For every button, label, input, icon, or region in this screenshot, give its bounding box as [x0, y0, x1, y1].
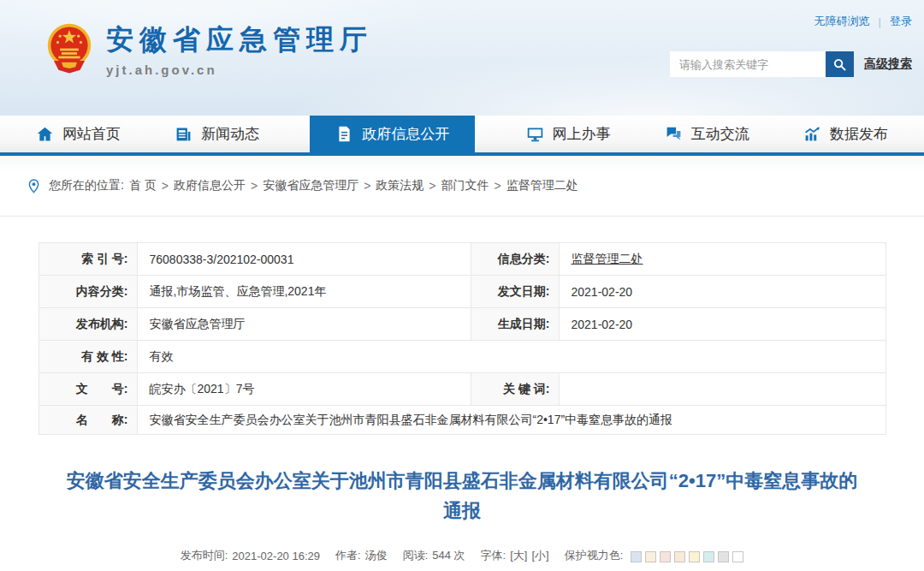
breadcrumb-item-supervision[interactable]: 监督管理二处 — [506, 178, 578, 193]
validity-label: 有 效 性: — [38, 341, 137, 373]
index-number-value: 76080338-3/202102-00031 — [137, 243, 471, 276]
publish-time-label: 发布时间: — [181, 548, 228, 563]
news-icon — [175, 125, 192, 143]
nav-item-online-services[interactable]: 网上办事 — [523, 116, 614, 152]
generation-date-label: 生成日期: — [471, 308, 559, 341]
article-title: 安徽省安全生产委员会办公室关于池州市青阳县盛石非金属材料有限公司“2•17”中毒… — [21, 466, 903, 526]
breadcrumb-separator: > — [251, 179, 258, 193]
breadcrumb-separator: > — [364, 179, 370, 193]
generation-date-value: 2021-02-20 — [559, 308, 886, 341]
national-emblem-icon — [44, 22, 94, 84]
protect-color-swatch[interactable] — [718, 551, 729, 562]
protect-color-swatch[interactable] — [631, 551, 642, 562]
site-text: 安徽省应急管理厅 yjt.ah.gov.cn — [106, 22, 373, 77]
nav-label: 政府信息公开 — [362, 124, 449, 144]
search-area: 高级搜索 — [670, 51, 912, 77]
validity-value: 有效 — [137, 341, 886, 373]
content-category-value: 通报,市场监管、应急管理,2021年 — [137, 276, 471, 308]
nav-label: 网站首页 — [62, 124, 121, 144]
table-row: 索 引 号: 76080338-3/202102-00031 信息分类: 监督管… — [38, 243, 886, 276]
table-row: 文 号: 皖安办〔2021〕7号 关 键 词: — [38, 373, 886, 406]
doc-name-value: 安徽省安全生产委员会办公室关于池州市青阳县盛石非金属材料有限公司“2•17”中毒… — [137, 406, 886, 435]
author-value: 汤俊 — [365, 548, 388, 563]
site-name: 安徽省应急管理厅 — [106, 22, 373, 57]
page: 无障碍浏览 | 登录 安徽省应急管理厅 yjt.ah.gov.c — [0, 0, 924, 571]
breadcrumb-item-dept-files[interactable]: 部门文件 — [441, 178, 489, 193]
table-row: 有 效 性: 有效 — [38, 341, 886, 373]
nav-label: 互动交流 — [691, 124, 749, 144]
site-url: yjt.ah.gov.cn — [106, 62, 373, 77]
nav-item-news[interactable]: 新闻动态 — [171, 116, 263, 152]
login-link[interactable]: 登录 — [890, 14, 912, 29]
issuing-agency-value: 安徽省应急管理厅 — [137, 308, 471, 341]
main-nav: 网站首页 新闻动态 政府信息公开 网上办事 互动交流 — [0, 116, 924, 156]
article-meta: 发布时间: 2021-02-20 16:29 作者: 汤俊 阅读: 544 次 … — [0, 548, 924, 563]
advanced-search-link[interactable]: 高级搜索 — [864, 57, 912, 72]
content: 索 引 号: 76080338-3/202102-00031 信息分类: 监督管… — [0, 242, 924, 563]
search-icon — [832, 57, 847, 72]
info-category-label: 信息分类: — [471, 243, 559, 276]
info-category-value[interactable]: 监督管理二处 — [572, 252, 643, 265]
protect-color-swatch[interactable] — [689, 551, 700, 562]
monitor-icon — [526, 125, 544, 143]
reads-label: 阅读: — [403, 548, 429, 563]
doc-number-value: 皖安办〔2021〕7号 — [137, 373, 471, 406]
font-smaller-button[interactable]: [小] — [531, 548, 548, 563]
nav-item-interaction[interactable]: 互动交流 — [661, 116, 753, 152]
article-title-line1: 安徽省安全生产委员会办公室关于池州市青阳县盛石非金属材料有限公司“2•17”中毒… — [21, 466, 903, 496]
article-title-line2: 通报 — [21, 496, 903, 526]
table-row: 名 称: 安徽省安全生产委员会办公室关于池州市青阳县盛石非金属材料有限公司“2•… — [38, 406, 886, 435]
topbar-divider: | — [879, 15, 881, 28]
breadcrumb-separator: > — [162, 179, 169, 193]
breadcrumb: 您所在的位置: 首 页 > 政府信息公开 > 安徽省应急管理厅 > 政策法规 >… — [0, 156, 924, 217]
protect-color-swatch[interactable] — [660, 551, 671, 562]
document-icon — [335, 125, 353, 143]
site-logo-area: 安徽省应急管理厅 yjt.ah.gov.cn — [44, 22, 373, 84]
breadcrumb-item-gov-info[interactable]: 政府信息公开 — [174, 178, 246, 193]
breadcrumb-separator: > — [429, 179, 435, 193]
issue-date-value: 2021-02-20 — [559, 276, 886, 308]
table-row: 内容分类: 通报,市场监管、应急管理,2021年 发文日期: 2021-02-2… — [38, 276, 886, 308]
nav-item-gov-info[interactable]: 政府信息公开 — [310, 116, 475, 152]
home-icon — [36, 125, 54, 143]
font-larger-button[interactable]: [大] — [510, 548, 527, 563]
reads-value: 544 次 — [432, 548, 465, 563]
search-button[interactable] — [826, 51, 854, 77]
doc-name-label: 名 称: — [38, 406, 137, 435]
protect-color-label: 保护视力色: — [565, 548, 624, 563]
protect-color-swatches — [627, 549, 743, 562]
nav-label: 数据发布 — [830, 124, 888, 144]
breadcrumb-item-policies[interactable]: 政策法规 — [376, 178, 424, 193]
search-input[interactable] — [670, 51, 826, 77]
protect-color-swatch[interactable] — [732, 551, 743, 562]
issue-date-label: 发文日期: — [471, 276, 559, 308]
issuing-agency-label: 发布机构: — [38, 308, 137, 341]
protect-color-swatch[interactable] — [674, 551, 685, 562]
keywords-label: 关 键 词: — [471, 373, 559, 406]
breadcrumb-separator: > — [495, 179, 501, 193]
table-row: 发布机构: 安徽省应急管理厅 生成日期: 2021-02-20 — [38, 308, 886, 341]
index-number-label: 索 引 号: — [38, 243, 137, 276]
nav-item-home[interactable]: 网站首页 — [33, 116, 124, 152]
breadcrumb-item-home[interactable]: 首 页 — [129, 178, 157, 193]
protect-color-swatch[interactable] — [703, 551, 714, 562]
doc-number-label: 文 号: — [38, 373, 137, 406]
chat-icon — [665, 125, 683, 143]
location-pin-icon — [26, 178, 42, 194]
topbar: 无障碍浏览 | 登录 — [814, 14, 912, 29]
nav-item-data[interactable]: 数据发布 — [800, 116, 891, 152]
nav-label: 网上办事 — [553, 124, 611, 144]
breadcrumb-label: 您所在的位置: — [49, 178, 124, 193]
site-header: 无障碍浏览 | 登录 安徽省应急管理厅 yjt.ah.gov.c — [0, 0, 924, 116]
breadcrumb-item-department[interactable]: 安徽省应急管理厅 — [263, 178, 358, 193]
accessibility-link[interactable]: 无障碍浏览 — [814, 14, 870, 29]
protect-color-swatch[interactable] — [645, 551, 656, 562]
content-category-label: 内容分类: — [38, 276, 137, 308]
font-size-label: 字体: — [481, 548, 506, 563]
keywords-value — [559, 373, 886, 406]
document-meta-table: 索 引 号: 76080338-3/202102-00031 信息分类: 监督管… — [38, 242, 886, 435]
chart-icon — [803, 125, 821, 143]
publish-time-value: 2021-02-20 16:29 — [232, 550, 320, 562]
author-label: 作者: — [335, 548, 361, 563]
nav-label: 新闻动态 — [201, 124, 259, 144]
